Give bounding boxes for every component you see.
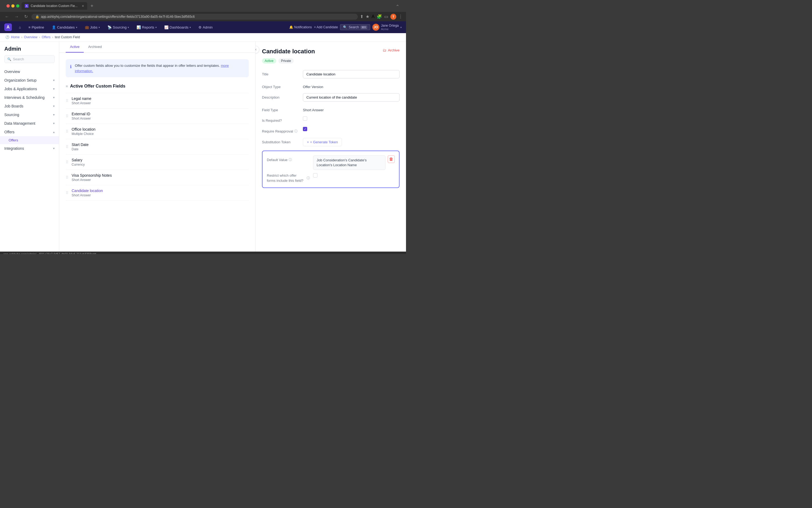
sidebar-sub-offers[interactable]: Offers bbox=[0, 136, 59, 144]
interviews-chevron: ▾ bbox=[53, 96, 55, 99]
badge-private: Private bbox=[278, 58, 294, 64]
delete-default-value-button[interactable]: 🗑 bbox=[388, 156, 395, 163]
restrict-checkbox[interactable] bbox=[313, 173, 317, 177]
default-value-label: Default Value ⓘ bbox=[267, 156, 310, 162]
dashboards-icon: 📈 bbox=[164, 25, 169, 29]
traffic-light-green[interactable] bbox=[16, 4, 19, 7]
forward-button[interactable]: → bbox=[13, 14, 20, 20]
nav-admin[interactable]: ⚙ Admin bbox=[196, 24, 215, 31]
bookmark-icon[interactable]: ★ bbox=[366, 14, 369, 19]
nav-logo[interactable]: A bbox=[4, 24, 12, 31]
title-input[interactable] bbox=[303, 70, 400, 78]
field-row-office-location: ⠿ Office location Multiple Choice bbox=[66, 124, 249, 139]
sidebar-item-org-setup[interactable]: Organization Setup ▾ bbox=[0, 76, 59, 85]
field-drag-external[interactable]: ⠿ bbox=[66, 114, 69, 118]
breadcrumb-home[interactable]: Home bbox=[11, 35, 20, 39]
subst-token-label: Substitution Token bbox=[262, 138, 300, 144]
reapproval-info-icon[interactable]: ⓘ bbox=[294, 129, 298, 134]
section-title: Active Offer Custom Fields bbox=[70, 84, 125, 89]
nav-candidates[interactable]: 👤 Candidates ▾ bbox=[49, 24, 80, 31]
dashboards-chevron: ▾ bbox=[189, 26, 191, 29]
sidebar-item-overview[interactable]: Overview bbox=[0, 67, 59, 76]
field-drag-visa[interactable]: ⠿ bbox=[66, 175, 69, 180]
search-kbd: ⌘K bbox=[361, 26, 367, 29]
address-bar[interactable]: 🔒 app.ashbyhq.com/admin/organizational-s… bbox=[32, 14, 358, 20]
default-value-input[interactable]: Job Consideration's Candidate's Location… bbox=[313, 156, 386, 170]
refresh-button[interactable]: ↻ bbox=[22, 13, 29, 20]
breadcrumb-offers[interactable]: Offers bbox=[42, 35, 50, 39]
sidebar-item-sourcing[interactable]: Sourcing ▾ bbox=[0, 111, 59, 119]
window-controls-chevron[interactable]: ⌃ bbox=[396, 4, 400, 10]
reapproval-label: Require Reapproval ⓘ bbox=[262, 127, 300, 134]
field-drag-start[interactable]: ⠿ bbox=[66, 145, 69, 149]
tab-archived[interactable]: Archived bbox=[84, 41, 106, 52]
sidebar-search[interactable]: 🔍 Search bbox=[4, 55, 55, 63]
fields-list: ⠿ Legal name Short Answer ⠿ External ID … bbox=[66, 93, 249, 201]
chrome-user-avatar[interactable]: T bbox=[390, 14, 396, 20]
data-mgmt-chevron: ▾ bbox=[53, 122, 55, 125]
reports-icon: 📊 bbox=[136, 25, 141, 29]
badges: Active Private bbox=[262, 58, 400, 64]
more-options-icon[interactable]: ⋮ bbox=[399, 14, 403, 19]
plus-icon: + bbox=[307, 140, 309, 144]
field-row-salary: ⠿ Salary Currency bbox=[66, 154, 249, 170]
field-name-office: Office location bbox=[72, 127, 249, 131]
sourcing-chevron-sidebar: ▾ bbox=[53, 113, 55, 117]
user-info[interactable]: JO Jane Ortega Acme ▾ bbox=[372, 24, 402, 31]
field-type-legal: Short Answer bbox=[72, 101, 249, 105]
nav-dashboards[interactable]: 📈 Dashboards ▾ bbox=[162, 24, 193, 31]
nav-jobs[interactable]: 💼 Jobs ▾ bbox=[82, 24, 102, 31]
field-type-visa: Short Answer bbox=[72, 178, 249, 182]
sidebar-icon[interactable]: ▭ bbox=[384, 14, 388, 19]
default-value-box: Default Value ⓘ Job Consideration's Cand… bbox=[262, 151, 400, 188]
profile-favicon: A bbox=[371, 14, 374, 19]
field-drag-salary[interactable]: ⠿ bbox=[66, 160, 69, 164]
field-drag-office[interactable]: ⠿ bbox=[66, 129, 69, 134]
sidebar-item-jobs-applications[interactable]: Jobs & Applications ▾ bbox=[0, 85, 59, 93]
nav-reports[interactable]: 📊 Reports ▾ bbox=[134, 24, 160, 31]
sidebar-item-data-mgmt[interactable]: Data Management ▾ bbox=[0, 119, 59, 128]
traffic-light-yellow[interactable] bbox=[11, 4, 14, 7]
breadcrumb-overview[interactable]: Overview bbox=[24, 35, 37, 39]
nav-pipeline[interactable]: ≡ Pipeline bbox=[26, 24, 47, 31]
search-box-nav[interactable]: 🔍 Search ⌘K bbox=[340, 24, 370, 30]
field-drag-candidate[interactable]: ⠿ bbox=[66, 191, 69, 195]
sidebar-item-offers-section[interactable]: Offers ▴ bbox=[0, 128, 59, 136]
browser-tab[interactable]: A Candidate location Custom Fie... × bbox=[21, 2, 87, 10]
is-required-checkbox[interactable] bbox=[303, 116, 307, 121]
tab-close-button[interactable]: × bbox=[82, 4, 84, 8]
home-icon: ⌂ bbox=[19, 25, 21, 29]
user-company: Acme bbox=[381, 28, 399, 31]
field-drag-legal[interactable]: ⠿ bbox=[66, 98, 69, 103]
field-name-start: Start Date bbox=[72, 142, 249, 147]
right-panel: × Candidate location 🗂 Archive Active Pr… bbox=[255, 41, 406, 252]
sidebar-item-interviews[interactable]: Interviews & Scheduling ▾ bbox=[0, 93, 59, 102]
search-nav-icon: 🔍 bbox=[343, 25, 347, 29]
nav-home[interactable]: ⌂ bbox=[16, 24, 24, 31]
toolbar-actions: ⬆ ★ A 🧩 ▭ T ⋮ bbox=[360, 14, 403, 20]
field-name-external: External ID bbox=[72, 112, 249, 116]
back-button[interactable]: ← bbox=[3, 14, 11, 20]
archive-button[interactable]: 🗂 Archive bbox=[382, 48, 400, 52]
generate-token-button[interactable]: + + Generate Token bbox=[303, 138, 342, 146]
close-panel-button[interactable]: × bbox=[255, 46, 259, 53]
description-input[interactable] bbox=[303, 93, 400, 101]
sidebar-item-job-boards[interactable]: Job Boards ▾ bbox=[0, 102, 59, 111]
nav-sourcing[interactable]: 📡 Sourcing ▾ bbox=[105, 24, 132, 31]
extension-icon[interactable]: 🧩 bbox=[377, 14, 382, 19]
panel-tabs: Active Archived bbox=[59, 41, 255, 53]
tab-active[interactable]: Active bbox=[66, 41, 84, 52]
object-type-label: Object Type bbox=[262, 83, 300, 89]
default-value-info-icon[interactable]: ⓘ bbox=[288, 158, 292, 162]
traffic-light-red[interactable] bbox=[6, 4, 10, 7]
jobs-icon: 💼 bbox=[85, 25, 89, 29]
share-icon[interactable]: ⬆ bbox=[360, 14, 363, 19]
field-row-candidate-location[interactable]: ⠿ Candidate location Short Answer bbox=[66, 185, 249, 201]
notifications-button[interactable]: 🔔 Notifications bbox=[289, 25, 312, 29]
title-label: Title bbox=[262, 70, 300, 76]
restrict-info-icon[interactable]: ⓘ bbox=[307, 176, 310, 180]
reapproval-checkbox[interactable]: ✓ bbox=[303, 127, 307, 131]
new-tab-button[interactable]: + bbox=[90, 3, 93, 9]
sidebar-item-integrations[interactable]: Integrations ▾ bbox=[0, 144, 59, 153]
add-candidate-button[interactable]: + Add Candidate bbox=[314, 25, 338, 29]
